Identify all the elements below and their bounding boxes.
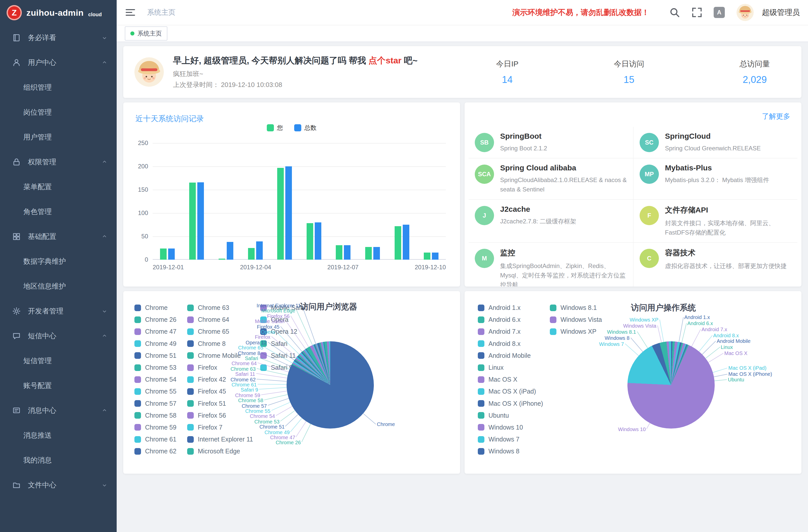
legend-item-Android 1.x[interactable]: Android 1.x xyxy=(478,302,543,314)
sidebar-item-消息中心[interactable]: 消息中心 xyxy=(0,398,117,423)
sidebar-subitem-岗位管理[interactable]: 岗位管理 xyxy=(0,100,117,125)
feature-item[interactable]: M监控集成SpringBootAdmin、Zipkin、Redis、Mysql、… xyxy=(469,242,633,287)
bar-group[interactable] xyxy=(241,143,270,260)
legend-item-Chrome 59[interactable]: Chrome 59 xyxy=(134,421,177,433)
sidebar-item-短信中心[interactable]: 短信中心 xyxy=(0,324,117,348)
legend-item-Windows 8.1[interactable]: Windows 8.1 xyxy=(550,302,602,314)
tab-系统主页[interactable]: 系统主页 xyxy=(125,26,167,41)
collapse-menu-button[interactable] xyxy=(125,7,136,18)
sidebar-subitem-地区信息维护[interactable]: 地区信息维护 xyxy=(0,274,117,299)
legend-item-Mac OS X (iPad)[interactable]: Mac OS X (iPad) xyxy=(478,385,543,397)
legend-item-Microsoft Edge[interactable]: Microsoft Edge xyxy=(187,445,253,457)
sidebar-item-基础配置[interactable]: 基础配置 xyxy=(0,224,117,249)
feature-item[interactable]: C容器技术虚拟化容器技术，让迁移、部署更加方便快捷 xyxy=(633,242,797,287)
legend-item-Android 7.x[interactable]: Android 7.x xyxy=(478,326,543,337)
legend-item-Windows 8[interactable]: Windows 8 xyxy=(478,445,543,457)
legend-item-Internet Explorer 11[interactable]: Internet Explorer 11 xyxy=(187,433,253,445)
sidebar-item-用户中心[interactable]: 用户中心 xyxy=(0,50,117,75)
pie-chart[interactable] xyxy=(287,341,374,428)
legend-item-Windows 7[interactable]: Windows 7 xyxy=(478,433,543,445)
legend-item-Chrome 64[interactable]: Chrome 64 xyxy=(187,314,253,326)
sidebar-subitem-组织管理[interactable]: 组织管理 xyxy=(0,75,117,100)
tabs-container: 系统主页 xyxy=(125,26,167,41)
bar-group[interactable] xyxy=(329,143,358,260)
bar-group[interactable] xyxy=(417,143,446,260)
legend-item-Chrome 61[interactable]: Chrome 61 xyxy=(134,433,177,445)
sidebar-item-文件中心[interactable]: 文件中心 xyxy=(0,473,117,497)
legend-item-Chrome 51[interactable]: Chrome 51 xyxy=(134,350,177,362)
feature-item[interactable]: SBSpringBootSpring Boot 2.1.2 xyxy=(469,127,633,158)
sidebar-subitem-短信管理[interactable]: 短信管理 xyxy=(0,348,117,373)
feature-item[interactable]: SCASpring Cloud alibabaSpringCloudAlibab… xyxy=(469,158,633,199)
legend-chip xyxy=(478,400,484,407)
legend-chip xyxy=(134,376,141,383)
feature-item[interactable]: MPMybatis-PlusMybatis-plus 3.2.0： Mybati… xyxy=(633,158,797,199)
font-size-button[interactable]: A xyxy=(714,7,725,18)
legend-item-Mac OS X[interactable]: Mac OS X xyxy=(478,373,543,385)
feature-item[interactable]: JJ2cacheJ2cache2.7.8: 二级缓存框架 xyxy=(469,199,633,242)
legend-item-Firefox 56[interactable]: Firefox 56 xyxy=(187,409,253,421)
bar-您 xyxy=(394,226,401,260)
sidebar-subitem-用户管理[interactable]: 用户管理 xyxy=(0,125,117,150)
legend-item-Chrome 54[interactable]: Chrome 54 xyxy=(134,373,177,385)
bar-group[interactable] xyxy=(153,143,182,260)
legend-item-Chrome 65[interactable]: Chrome 65 xyxy=(187,326,253,337)
star-link[interactable]: 点个star xyxy=(368,56,402,65)
bar-总数 xyxy=(168,249,175,260)
legend-item-Linux[interactable]: Linux xyxy=(478,362,543,373)
learn-more-link[interactable]: 了解更多 xyxy=(762,112,790,121)
sidebar-subitem-我的消息[interactable]: 我的消息 xyxy=(0,448,117,473)
lock-icon xyxy=(12,158,21,166)
search-button[interactable] xyxy=(669,7,680,18)
legend-item-Android Mobile[interactable]: Android Mobile xyxy=(478,350,543,362)
pie-label-Windows Vista: Windows Vista xyxy=(623,323,656,329)
sidebar-subitem-数据字典维护[interactable]: 数据字典维护 xyxy=(0,249,117,274)
legend-item-Windows Vista[interactable]: Windows Vista xyxy=(550,314,602,326)
bar-group[interactable] xyxy=(358,143,387,260)
fullscreen-button[interactable] xyxy=(691,7,702,18)
legend-item-Windows 10[interactable]: Windows 10 xyxy=(478,421,543,433)
sidebar-subitem-角色管理[interactable]: 角色管理 xyxy=(0,199,117,224)
pie-label-Microsoft Edge: Microsoft Edge xyxy=(261,308,295,314)
sidebar-subitem-账号配置[interactable]: 账号配置 xyxy=(0,373,117,398)
legend-item-Chrome 58[interactable]: Chrome 58 xyxy=(134,409,177,421)
legend-chip xyxy=(134,328,141,335)
sidebar-subitem-菜单配置[interactable]: 菜单配置 xyxy=(0,175,117,199)
sidebar-subitem-消息推送[interactable]: 消息推送 xyxy=(0,423,117,448)
pie-label-Mac OS X: Mac OS X xyxy=(724,350,747,356)
sidebar-item-务必详看[interactable]: 务必详看 xyxy=(0,25,117,50)
legend-item-Chrome 55[interactable]: Chrome 55 xyxy=(134,385,177,397)
bar-group[interactable] xyxy=(182,143,212,260)
legend-chip xyxy=(187,364,194,371)
legend-chip xyxy=(478,328,484,335)
legend-item-Chrome 26[interactable]: Chrome 26 xyxy=(134,314,177,326)
legend-item-Android 6.x[interactable]: Android 6.x xyxy=(478,314,543,326)
legend-label: Chrome 55 xyxy=(145,388,177,395)
legend-item-Android 8.x[interactable]: Android 8.x xyxy=(478,338,543,350)
legend-item-Chrome 57[interactable]: Chrome 57 xyxy=(134,398,177,409)
pie-chart[interactable] xyxy=(627,341,715,428)
legend-item-总数[interactable]: 总数 xyxy=(294,124,316,132)
legend-item-Mac OS X (iPhone)[interactable]: Mac OS X (iPhone) xyxy=(478,398,543,409)
bar-group[interactable] xyxy=(270,143,299,260)
legend-item-Ubuntu[interactable]: Ubuntu xyxy=(478,409,543,421)
legend-item-Chrome 63[interactable]: Chrome 63 xyxy=(187,302,253,314)
legend-item-您[interactable]: 您 xyxy=(267,124,283,132)
bar-group[interactable] xyxy=(211,143,241,260)
legend-item-Chrome 53[interactable]: Chrome 53 xyxy=(134,362,177,373)
bar-group[interactable] xyxy=(387,143,417,260)
sidebar-item-权限管理[interactable]: 权限管理 xyxy=(0,150,117,175)
legend-item-Chrome 47[interactable]: Chrome 47 xyxy=(134,326,177,337)
bar-group[interactable] xyxy=(299,143,329,260)
legend-item-Chrome[interactable]: Chrome xyxy=(134,302,177,314)
feature-item[interactable]: F文件存储API封装文件接口，实现本地存储、阿里云、FastDFS存储的配置化 xyxy=(633,199,797,242)
avatar[interactable] xyxy=(736,4,754,21)
legend-item-Windows XP[interactable]: Windows XP xyxy=(550,326,602,337)
legend-item-Chrome 49[interactable]: Chrome 49 xyxy=(134,338,177,350)
x-axis-label xyxy=(271,264,299,271)
legend-item-Chrome 62[interactable]: Chrome 62 xyxy=(134,445,177,457)
legend-item-Firefox 7[interactable]: Firefox 7 xyxy=(187,421,253,433)
feature-item[interactable]: SCSpringCloudSpring Cloud Greenwich.RELE… xyxy=(633,127,797,158)
pie-label-line xyxy=(699,335,713,352)
sidebar-item-开发者管理[interactable]: 开发者管理 xyxy=(0,299,117,324)
